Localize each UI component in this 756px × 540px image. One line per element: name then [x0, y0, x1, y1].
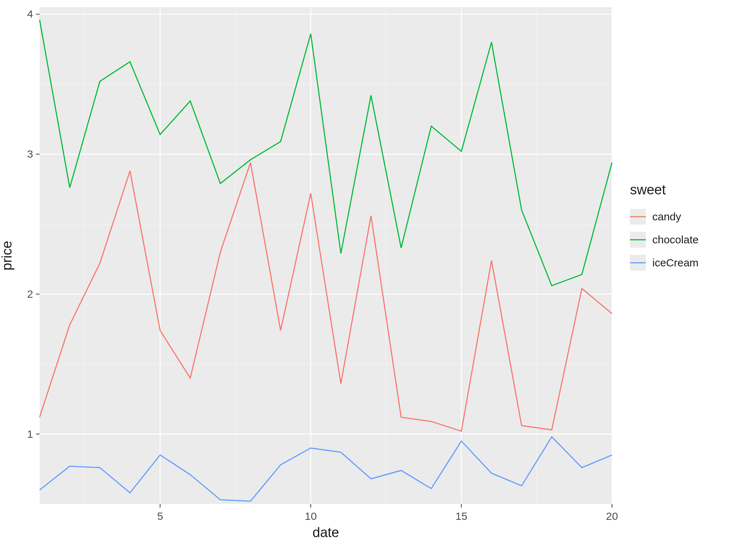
x-tick-label: 5: [157, 510, 163, 522]
legend-title: sweet: [630, 182, 666, 197]
legend-label: candy: [652, 211, 681, 222]
y-tick-label: 2: [27, 288, 33, 300]
plot-panel: [40, 7, 612, 504]
legend-label: iceCream: [652, 257, 698, 269]
x-tick-label: 20: [606, 510, 618, 522]
y-tick-label: 1: [27, 428, 33, 440]
legend-label: chocolate: [652, 234, 698, 246]
y-axis-title: price: [0, 241, 14, 270]
chart-container: 51015201234datepricesweetcandychocolatei…: [0, 0, 756, 540]
y-tick-label: 3: [27, 148, 33, 160]
y-tick-label: 4: [27, 8, 33, 20]
x-axis-title: date: [312, 525, 339, 540]
line-chart: 51015201234datepricesweetcandychocolatei…: [0, 0, 756, 540]
x-tick-label: 15: [455, 510, 467, 522]
legend: sweetcandychocolateiceCream: [630, 182, 698, 271]
legend-item-iceCream: iceCream: [630, 255, 698, 271]
legend-item-chocolate: chocolate: [630, 232, 698, 248]
x-tick-label: 10: [305, 510, 316, 522]
legend-item-candy: candy: [630, 209, 681, 225]
